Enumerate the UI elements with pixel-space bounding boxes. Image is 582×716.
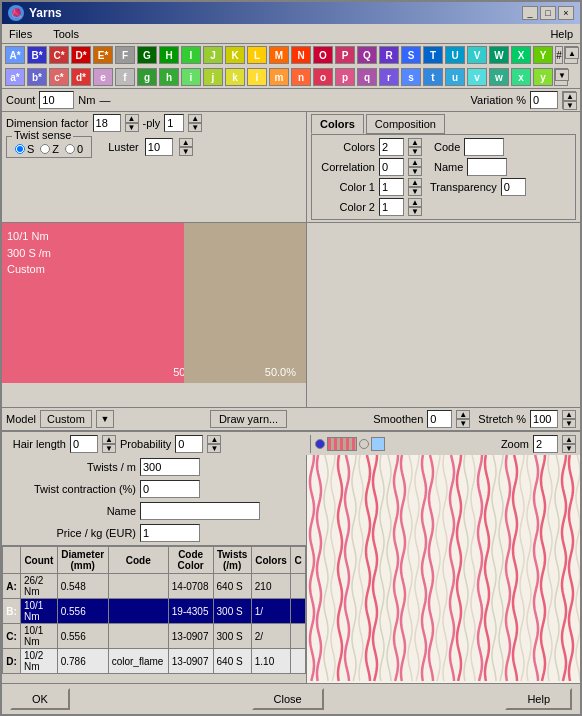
hair-down[interactable]: ▼ — [102, 444, 116, 453]
yarn-tab-lower-3[interactable]: d* — [71, 68, 91, 86]
twists-per-m-input[interactable] — [140, 458, 200, 476]
ply-up[interactable]: ▲ — [188, 114, 202, 123]
c2-down[interactable]: ▼ — [408, 207, 422, 216]
yarn-tab-upper-15[interactable]: P — [335, 46, 355, 64]
twist-cont-input[interactable] — [140, 480, 200, 498]
scroll-down[interactable]: ▼ — [555, 69, 569, 81]
yarn-tab-lower-0[interactable]: a* — [5, 68, 25, 86]
tabs-scrollbar[interactable]: ▲ — [564, 46, 578, 64]
table-row[interactable]: B:10/1Nm0.55619-4305300 S1/ — [3, 599, 306, 624]
ok-button[interactable]: OK — [10, 688, 70, 710]
model-dropdown[interactable]: ▼ — [96, 410, 114, 428]
dim-input[interactable] — [93, 114, 121, 132]
yarn-tab-lower-12[interactable]: m — [269, 68, 289, 86]
code-input[interactable] — [464, 138, 504, 156]
yarn-tab-lower-1[interactable]: b* — [27, 68, 47, 86]
stretch-down[interactable]: ▼ — [562, 419, 576, 428]
menu-files[interactable]: Files — [6, 27, 35, 41]
yarn-tab-upper-21[interactable]: V — [467, 46, 487, 64]
table-row[interactable]: D:10/2Nm0.786color_flame13-0907640 S1.10 — [3, 649, 306, 674]
ply-down[interactable]: ▼ — [188, 123, 202, 132]
close-button-main[interactable]: Close — [252, 688, 324, 710]
yarn-tab-upper-19[interactable]: T — [423, 46, 443, 64]
price-input[interactable] — [140, 524, 200, 542]
c1-down[interactable]: ▼ — [408, 187, 422, 196]
probability-input[interactable] — [175, 435, 203, 453]
maximize-button[interactable]: □ — [540, 6, 556, 20]
yarn-tab-lower-16[interactable]: q — [357, 68, 377, 86]
zoom-up[interactable]: ▲ — [562, 435, 576, 444]
yarn-tab-upper-24[interactable]: Y — [533, 46, 553, 64]
corr-down[interactable]: ▼ — [408, 167, 422, 176]
smooth-down[interactable]: ▼ — [456, 419, 470, 428]
stretch-up[interactable]: ▲ — [562, 410, 576, 419]
nm-dash[interactable]: — — [99, 94, 110, 106]
yarn-tab-lower-6[interactable]: g — [137, 68, 157, 86]
prob-up[interactable]: ▲ — [207, 435, 221, 444]
yarn-tab-upper-16[interactable]: Q — [357, 46, 377, 64]
tabs-scrollbar2[interactable]: ▼ — [554, 68, 568, 86]
dim-down[interactable]: ▼ — [125, 123, 139, 132]
color-swatch[interactable] — [327, 437, 357, 451]
corr-up[interactable]: ▲ — [408, 158, 422, 167]
yarn-tab-upper-9[interactable]: J — [203, 46, 223, 64]
color-swatch-blue[interactable] — [371, 437, 385, 451]
yarn-tab-lower-18[interactable]: s — [401, 68, 421, 86]
table-row[interactable]: A:26/2Nm0.54814-0708640 S210 — [3, 574, 306, 599]
c2-up[interactable]: ▲ — [408, 198, 422, 207]
yarn-tab-lower-15[interactable]: p — [335, 68, 355, 86]
luster-input[interactable] — [145, 138, 173, 156]
hair-length-input[interactable] — [70, 435, 98, 453]
twist-s-radio[interactable] — [15, 144, 25, 154]
yarn-tab-upper-14[interactable]: O — [313, 46, 333, 64]
zoom-down[interactable]: ▼ — [562, 444, 576, 453]
transparency-input[interactable] — [501, 178, 526, 196]
draw-yarn-btn[interactable]: Draw yarn... — [210, 410, 287, 428]
close-button[interactable]: × — [558, 6, 574, 20]
smooth-up[interactable]: ▲ — [456, 410, 470, 419]
yarn-tab-lower-5[interactable]: f — [115, 68, 135, 86]
var-down[interactable]: ▼ — [563, 101, 577, 110]
ply-input[interactable] — [164, 114, 184, 132]
yarn-tab-upper-5[interactable]: F — [115, 46, 135, 64]
variation-spinner[interactable]: ▲ ▼ — [562, 91, 576, 109]
yarn-tab-upper-18[interactable]: S — [401, 46, 421, 64]
hair-up[interactable]: ▲ — [102, 435, 116, 444]
twist-z-radio[interactable] — [40, 144, 50, 154]
colors-tab[interactable]: Colors — [311, 114, 364, 134]
yarn-tab-lower-10[interactable]: k — [225, 68, 245, 86]
color1-input[interactable] — [379, 178, 404, 196]
yarn-tab-lower-4[interactable]: e — [93, 68, 113, 86]
yarn-tab-upper-1[interactable]: B* — [27, 46, 47, 64]
yarn-tab-upper-2[interactable]: C* — [49, 46, 69, 64]
yarn-tab-upper-10[interactable]: K — [225, 46, 245, 64]
var-up[interactable]: ▲ — [563, 92, 577, 101]
yarn-tab-upper-20[interactable]: U — [445, 46, 465, 64]
yarn-tab-upper-0[interactable]: A* — [5, 46, 25, 64]
yarn-tab-lower-11[interactable]: l — [247, 68, 267, 86]
yarn-tab-lower-20[interactable]: u — [445, 68, 465, 86]
yarn-tab-upper-22[interactable]: W — [489, 46, 509, 64]
twist-0-radio[interactable] — [65, 144, 75, 154]
hash-cell[interactable]: # — [555, 46, 563, 64]
table-row[interactable]: C:10/1Nm0.55613-0907300 S2/ — [3, 624, 306, 649]
scroll-up[interactable]: ▲ — [565, 47, 579, 59]
yarn-tab-upper-4[interactable]: E* — [93, 46, 113, 64]
yarn-tab-upper-6[interactable]: G — [137, 46, 157, 64]
variation-input[interactable] — [530, 91, 558, 109]
yarn-tab-upper-13[interactable]: N — [291, 46, 311, 64]
name-input[interactable] — [467, 158, 507, 176]
yarn-tab-lower-23[interactable]: x — [511, 68, 531, 86]
yarn-tab-lower-8[interactable]: i — [181, 68, 201, 86]
dim-up[interactable]: ▲ — [125, 114, 139, 123]
yarn-tab-upper-11[interactable]: L — [247, 46, 267, 64]
c1-up[interactable]: ▲ — [408, 178, 422, 187]
menu-help[interactable]: Help — [547, 27, 576, 41]
yarn-tab-lower-2[interactable]: c* — [49, 68, 69, 86]
yarn-tab-upper-3[interactable]: D* — [71, 46, 91, 64]
smoothen-input[interactable] — [427, 410, 452, 428]
colors-down[interactable]: ▼ — [408, 147, 422, 156]
yarn-tab-lower-22[interactable]: w — [489, 68, 509, 86]
yarn-tab-lower-9[interactable]: j — [203, 68, 223, 86]
menu-tools[interactable]: Tools — [50, 27, 82, 41]
